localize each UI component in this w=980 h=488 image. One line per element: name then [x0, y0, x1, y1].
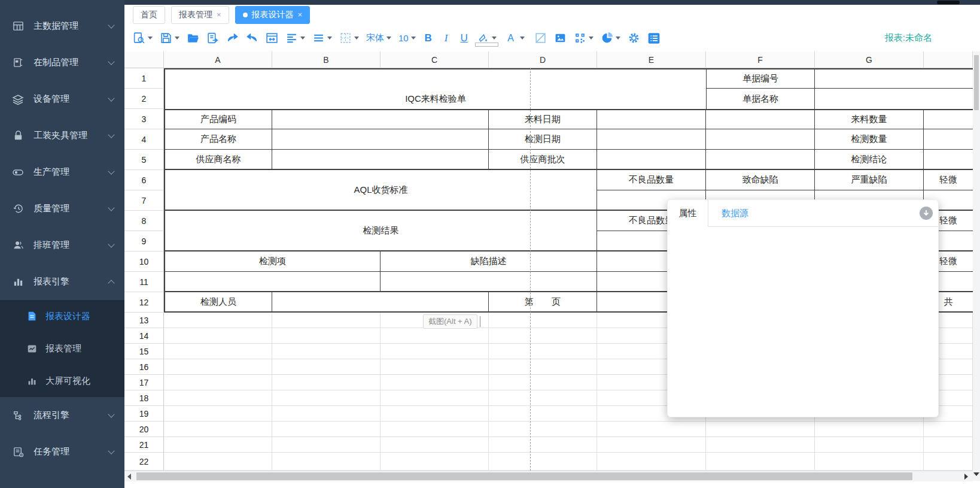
- open-button[interactable]: [184, 30, 202, 46]
- align-button[interactable]: [283, 30, 308, 46]
- grid-corner-cell[interactable]: [124, 51, 164, 68]
- grid-cell[interactable]: [924, 150, 973, 170]
- row-header[interactable]: 2: [124, 89, 164, 109]
- sidebar-item-tooling[interactable]: 工装夹具管理: [0, 117, 124, 154]
- row-header[interactable]: 18: [124, 390, 164, 406]
- grid-cell[interactable]: [489, 328, 597, 344]
- grid-cell[interactable]: 第 页: [489, 292, 597, 313]
- row-header[interactable]: 8: [124, 211, 164, 231]
- grid-cell[interactable]: [381, 272, 597, 292]
- grid-cell[interactable]: [381, 453, 489, 471]
- tab-report-designer[interactable]: 报表设计器 ×: [235, 6, 311, 24]
- vertical-scrollbar[interactable]: [973, 51, 980, 481]
- grid-cell[interactable]: 轻微: [924, 170, 973, 190]
- sidebar-item-report-management[interactable]: 报表管理: [0, 332, 124, 365]
- grid-cell[interactable]: 供应商名称: [164, 150, 272, 170]
- grid-cell[interactable]: [381, 422, 489, 437]
- panel-toggle-button[interactable]: [645, 30, 663, 47]
- redo-button[interactable]: [224, 30, 241, 46]
- row-header[interactable]: 11: [124, 272, 164, 292]
- grid-cell[interactable]: 来料数量: [815, 109, 924, 129]
- grid-cell[interactable]: [164, 390, 272, 406]
- grid-cell[interactable]: [272, 344, 381, 359]
- grid-cell[interactable]: [706, 453, 815, 471]
- grid-cell[interactable]: [815, 453, 924, 471]
- underline-button[interactable]: U: [456, 31, 472, 46]
- scroll-right-arrow-icon[interactable]: [964, 474, 968, 480]
- grid-cell[interactable]: [597, 437, 706, 453]
- column-header[interactable]: [924, 51, 973, 68]
- grid-cell[interactable]: [272, 422, 381, 437]
- panel-tab-datasource[interactable]: 数据源: [708, 200, 762, 226]
- sidebar-item-quality[interactable]: 质量管理: [0, 190, 124, 227]
- merge-cells-button[interactable]: [263, 30, 281, 46]
- sidebar-item-wip[interactable]: 在制品管理: [0, 44, 124, 81]
- grid-cell[interactable]: 检测项: [164, 251, 381, 272]
- column-header[interactable]: C: [381, 51, 489, 68]
- tab-home[interactable]: 首页: [133, 6, 165, 24]
- grid-cell[interactable]: [272, 109, 489, 129]
- row-header[interactable]: 14: [124, 328, 164, 344]
- column-header[interactable]: B: [272, 51, 381, 68]
- grid-cell[interactable]: [381, 375, 489, 390]
- grid-cell[interactable]: [706, 150, 815, 170]
- grid-cell[interactable]: [706, 129, 815, 150]
- sidebar-item-report-engine[interactable]: 报表引擎: [0, 263, 124, 300]
- sidebar-item-process-engine[interactable]: 流程引擎: [0, 397, 124, 434]
- grid-cell[interactable]: [164, 359, 272, 375]
- font-size-select[interactable]: 10: [396, 31, 418, 45]
- grid-cell[interactable]: [381, 344, 489, 359]
- column-header[interactable]: G: [815, 51, 924, 68]
- grid-cell[interactable]: [164, 344, 272, 359]
- row-header[interactable]: 9: [124, 231, 164, 251]
- grid-cell[interactable]: [597, 150, 706, 170]
- sidebar-item-dashboard-visualization[interactable]: 大屏可视化: [0, 365, 124, 397]
- column-header[interactable]: D: [489, 51, 597, 68]
- grid-cell[interactable]: [924, 453, 973, 471]
- grid-cell[interactable]: [489, 375, 597, 390]
- grid-cell[interactable]: [272, 129, 489, 150]
- row-header[interactable]: 20: [124, 422, 164, 437]
- clear-format-button[interactable]: [532, 30, 549, 46]
- font-color-button[interactable]: A: [504, 32, 527, 45]
- grid-cell[interactable]: [272, 292, 489, 313]
- scroll-down-arrow-icon[interactable]: [973, 472, 979, 476]
- grid-cell[interactable]: [272, 313, 381, 328]
- grid-cell[interactable]: [489, 453, 597, 471]
- grid-cell[interactable]: IQC来料检验单: [164, 89, 706, 109]
- grid-cell[interactable]: 检测人员: [164, 292, 272, 313]
- horizontal-scrollbar-thumb[interactable]: [136, 472, 912, 480]
- row-header[interactable]: 7: [124, 190, 164, 211]
- column-header[interactable]: F: [706, 51, 815, 68]
- grid-cell[interactable]: [597, 422, 706, 437]
- grid-cell[interactable]: 缺陷描述: [381, 251, 597, 272]
- grid-cell[interactable]: [924, 437, 973, 453]
- grid-cell[interactable]: [381, 390, 489, 406]
- grid-cell[interactable]: 来料日期: [489, 109, 597, 129]
- sidebar-item-master-data[interactable]: 主数据管理: [0, 8, 124, 44]
- grid-cell[interactable]: [272, 150, 489, 170]
- grid-cell[interactable]: [164, 437, 272, 453]
- row-header[interactable]: 19: [124, 406, 164, 422]
- save-button[interactable]: [157, 30, 182, 46]
- close-icon[interactable]: ×: [298, 11, 303, 19]
- grid-cell[interactable]: [272, 375, 381, 390]
- grid-cell[interactable]: 供应商批次: [489, 150, 597, 170]
- grid-cell[interactable]: [381, 328, 489, 344]
- grid-cell[interactable]: 产品编码: [164, 109, 272, 129]
- grid-cell[interactable]: [381, 406, 489, 422]
- grid-cell[interactable]: [272, 328, 381, 344]
- grid-cell[interactable]: [272, 453, 381, 471]
- qrcode-button[interactable]: [571, 30, 596, 46]
- row-header[interactable]: 15: [124, 344, 164, 359]
- grid-cell[interactable]: [815, 89, 973, 109]
- grid-cell[interactable]: 检测结果: [164, 211, 597, 251]
- grid-cell[interactable]: 致命缺陷: [706, 170, 815, 190]
- row-header[interactable]: 4: [124, 129, 164, 150]
- horizontal-scrollbar[interactable]: [124, 471, 973, 481]
- grid-cell[interactable]: [489, 437, 597, 453]
- export-button[interactable]: [204, 30, 221, 46]
- grid-cell[interactable]: [706, 109, 815, 129]
- column-header[interactable]: A: [164, 51, 272, 68]
- column-header[interactable]: E: [597, 51, 706, 68]
